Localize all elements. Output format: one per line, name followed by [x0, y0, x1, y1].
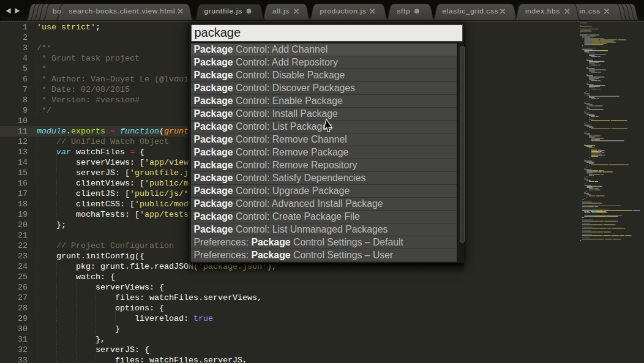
svg-text:bo: bo	[53, 7, 62, 15]
svg-text:in.css: in.css	[580, 7, 601, 15]
svg-text:sftp: sftp	[397, 7, 411, 15]
svg-text:index.hbs: index.hbs	[525, 7, 560, 15]
svg-text:search-books.client.view.html: search-books.client.view.html	[69, 7, 176, 15]
svg-text:elastic_grid.css: elastic_grid.css	[443, 7, 499, 15]
svg-text:all.js: all.js	[272, 7, 290, 15]
svg-text:gruntfile.js: gruntfile.js	[204, 7, 242, 15]
svg-text:production.js: production.js	[320, 7, 367, 15]
